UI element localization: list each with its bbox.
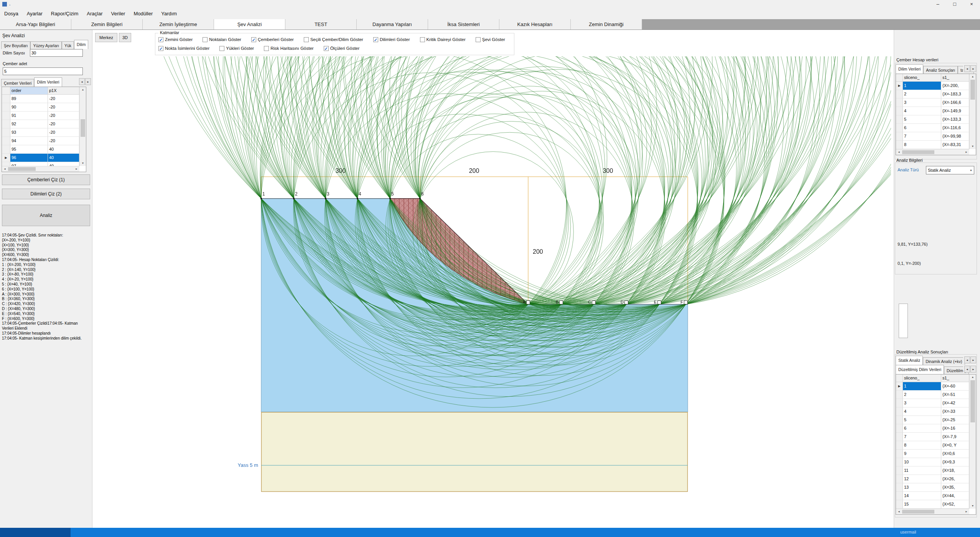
menu-item-dosya[interactable]: Dosya	[0, 9, 23, 19]
tab-i-ksa-sistemleri[interactable]: İksa Sistemleri	[428, 19, 499, 30]
cember-grid-vthumb[interactable]	[970, 80, 975, 100]
checkbox-nokta-i-simlerini-göster[interactable]: ✓Nokta İsimlerini Göster	[158, 46, 209, 51]
left-grid-row-91[interactable]: 91-20	[2, 112, 79, 120]
scroll-left-icon[interactable]: ◄	[2, 166, 8, 172]
tab-scroll-left-icon[interactable]: ◄	[964, 356, 970, 363]
cember-grid-hthumb[interactable]	[902, 150, 934, 154]
tab-zemin-bilgileri[interactable]: Zemin Bilgileri	[71, 19, 143, 30]
left-grid-row-96[interactable]: ▶9640	[2, 154, 79, 162]
duzeltilmis-grid-row-6[interactable]: 6{X=-16	[896, 424, 969, 433]
cember-grid-row-4[interactable]: 4{X=-149,9	[896, 107, 969, 115]
duzeltilmis-grid-hthumb[interactable]	[902, 510, 934, 514]
tab-zemin-i-yileştirme[interactable]: Zemin İyileştirme	[143, 19, 214, 30]
scroll-up-icon[interactable]: ▲	[970, 374, 976, 380]
tab-scroll-right-icon[interactable]: ►	[970, 65, 976, 72]
left-grid-vthumb[interactable]	[81, 119, 85, 137]
merkez-button[interactable]: Merkez	[95, 33, 117, 42]
duzeltilmis-grid-row-15[interactable]: 15{X=52,	[896, 500, 969, 509]
checkbox-çemberleri-göster[interactable]: ✓Çemberleri Göster	[251, 37, 294, 42]
scroll-up-icon[interactable]: ▲	[80, 87, 86, 92]
duzeltilmis-grid-row-5[interactable]: 5{X=-25	[896, 416, 969, 424]
duzeltilmis-grid-vthumb[interactable]	[970, 380, 975, 422]
tab-scroll-left-icon[interactable]: ◄	[964, 65, 970, 72]
duzeltilmis-grid-row-3[interactable]: 3{X=-42	[896, 399, 969, 407]
tab-test[interactable]: TEST	[285, 19, 357, 30]
left-data-grid[interactable]: orderp1X89-2090-2091-2092-2093-2094-2095…	[2, 87, 86, 172]
left-grid-row-97[interactable]: 9740	[2, 162, 79, 166]
tab-dayanma-yapıları[interactable]: Dayanma Yapıları	[357, 19, 428, 30]
cember-grid-row-7[interactable]: 7{X=-99,98	[896, 132, 969, 141]
scroll-up-icon[interactable]: ▲	[970, 74, 976, 79]
subtab-yüzey-ayarları[interactable]: Yüzey Ayarları	[30, 41, 62, 49]
checkbox-dilimleri-göster[interactable]: ✓Dilimleri Göster	[373, 37, 410, 42]
cember-grid-vscrollbar[interactable]: ▲▼	[969, 74, 976, 149]
tab-zemin-dinamiği[interactable]: Zemin Dinamiği	[571, 19, 642, 30]
left-grid-row-92[interactable]: 92-20	[2, 120, 79, 128]
tab-kazık-hesapları[interactable]: Kazık Hesapları	[499, 19, 571, 30]
cember-grid-col-sliceno[interactable]: sliceno_	[903, 74, 941, 82]
duzeltilmis-grid-row-14[interactable]: 14{X=44,	[896, 492, 969, 500]
cember-grid-row-6[interactable]: 6{X=-116,6	[896, 124, 969, 132]
cember-hesap-tab-analiz-sonuçları[interactable]: Analiz Sonuçları	[923, 66, 958, 74]
scroll-left-icon[interactable]: ◄	[896, 149, 902, 155]
menu-item-veriler[interactable]: Veriler	[107, 9, 130, 19]
checkbox-risk-haritasını-göster[interactable]: Risk Haritasını Göster	[264, 46, 313, 51]
scroll-down-icon[interactable]: ▼	[80, 161, 86, 166]
analiz-button[interactable]: Analiz	[2, 205, 90, 226]
left-grid-row-95[interactable]: 9540	[2, 145, 79, 154]
drawing-canvas[interactable]	[92, 56, 891, 528]
menu-item-ayarlar[interactable]: Ayarlar	[23, 9, 47, 19]
checkbox-seçili-çember-dilim-göster[interactable]: Seçili Çember/Dilim Göster	[304, 37, 363, 42]
left-grid-row-90[interactable]: 90-20	[2, 103, 79, 112]
scroll-right-icon[interactable]: ►	[74, 166, 79, 172]
left-grid-hscrollbar[interactable]: ◄►	[2, 166, 79, 172]
cember-grid-col-s1[interactable]: s1_	[941, 74, 969, 82]
left-grid-col-order[interactable]: order	[10, 87, 48, 95]
tab-scroll-left-icon[interactable]: ◄	[964, 366, 970, 373]
cember-grid-hscrollbar[interactable]: ◄►	[896, 149, 969, 155]
left-grid-hthumb[interactable]	[8, 167, 36, 171]
empty-listbox[interactable]	[899, 304, 908, 338]
tab-scroll-right-icon[interactable]: ►	[970, 366, 976, 373]
taskbar-app-button[interactable]	[0, 528, 71, 537]
tab-scroll-left-icon[interactable]: ◄	[79, 78, 85, 85]
cember-adet-input[interactable]	[3, 67, 83, 75]
duzeltilmis-grid-row-11[interactable]: 11{X=18,	[896, 466, 969, 475]
left-grid-col-p1x[interactable]: p1X	[48, 87, 79, 95]
checkbox-ölçüleri-göster[interactable]: ✓Ölçüleri Göster	[324, 46, 360, 51]
duzeltilmis-grid-col-s1[interactable]: s1_	[941, 374, 969, 382]
checkbox-yükleri-göster[interactable]: Yükleri Göster	[219, 46, 254, 51]
checkbox-kritik-daireyi-göster[interactable]: Kritik Daireyi Göster	[420, 37, 466, 42]
checkbox-şevi-göster[interactable]: Şevi Göster	[476, 37, 505, 42]
analiz-turu-select[interactable]: Statik Analiz ▼	[926, 166, 974, 174]
window-close-button[interactable]: ×	[963, 0, 980, 8]
tab-scroll-right-icon[interactable]: ►	[85, 78, 91, 85]
cember-hesap-grid[interactable]: sliceno_s1_▶1{X=-200, 2{X=-183,33{X=-166…	[896, 74, 976, 155]
duzeltilmis-grid-row-13[interactable]: 13{X=35,	[896, 483, 969, 492]
tab-scroll-right-icon[interactable]: ►	[970, 356, 976, 363]
3d-button[interactable]: 3D	[119, 33, 131, 42]
menu-item-rapor-çizim[interactable]: Rapor/Çizim	[47, 9, 83, 19]
duzeltilmis-grid-vscrollbar[interactable]: ▲▼	[969, 374, 976, 509]
duzeltilmis-grid-row-2[interactable]: 2{X=-51	[896, 391, 969, 399]
dilim-sayisi-input[interactable]	[30, 49, 83, 57]
duzeltilmis-grid-row-8[interactable]: 8{X=0, Y	[896, 441, 969, 450]
duzeltilmis-grid-row-7[interactable]: 7{X=-7,9	[896, 433, 969, 441]
scroll-down-icon[interactable]: ▼	[970, 144, 976, 149]
cember-grid-row-5[interactable]: 5{X=-133,3	[896, 115, 969, 124]
cemberleri-ciz-button[interactable]: Çemberleri Çiz (1)	[2, 174, 90, 185]
menu-item-modüller[interactable]: Modüller	[129, 9, 157, 19]
left-grid-row-93[interactable]: 93-20	[2, 128, 79, 137]
cember-hesap-tab-dilim-verileri[interactable]: Dilim Verileri	[896, 64, 923, 74]
scroll-right-icon[interactable]: ►	[964, 509, 969, 514]
checkbox-noktaları-göster[interactable]: Noktaları Göster	[203, 37, 241, 42]
cember-grid-row-2[interactable]: 2{X=-183,3	[896, 90, 969, 99]
duzeltilmis-subtab-düzeltilmiş-dilim-verileri[interactable]: Düzeltilmiş Dilim Verileri	[896, 365, 944, 374]
duzeltilmis-grid-row-1[interactable]: ▶1{X=-60	[896, 382, 969, 391]
duzeltilmis-tab-dinamik-analiz-kv[interactable]: Dinamik Analiz (+kv)	[923, 357, 965, 365]
duzeltilmis-grid-hscrollbar[interactable]: ◄►	[896, 509, 969, 514]
subtab-yük[interactable]: Yük	[62, 41, 74, 49]
duzeltilmis-tab-statik-analiz[interactable]: Statik Analiz	[896, 356, 923, 365]
duzeltilmis-grid-row-12[interactable]: 12{X=26,	[896, 475, 969, 483]
cember-grid-row-3[interactable]: 3{X=-166,6	[896, 99, 969, 107]
